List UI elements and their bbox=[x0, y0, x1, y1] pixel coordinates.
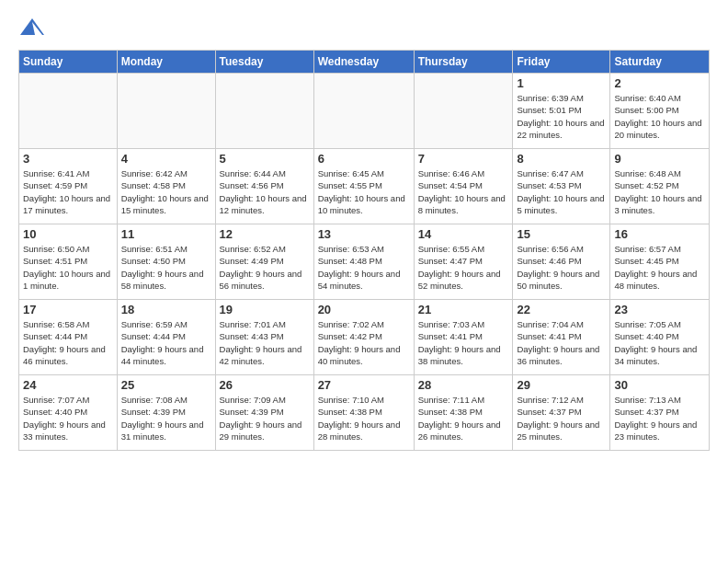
day-number: 16 bbox=[614, 227, 705, 241]
day-info: Sunrise: 6:55 AM Sunset: 4:47 PM Dayligh… bbox=[418, 243, 509, 292]
day-number: 1 bbox=[517, 76, 606, 90]
day-info: Sunrise: 6:59 AM Sunset: 4:44 PM Dayligh… bbox=[121, 318, 211, 367]
day-number: 14 bbox=[418, 227, 509, 241]
calendar-week-4: 17Sunrise: 6:58 AM Sunset: 4:44 PM Dayli… bbox=[19, 300, 710, 375]
calendar-cell: 3Sunrise: 6:41 AM Sunset: 4:59 PM Daylig… bbox=[19, 149, 118, 224]
day-number: 28 bbox=[418, 378, 509, 392]
calendar-cell: 18Sunrise: 6:59 AM Sunset: 4:44 PM Dayli… bbox=[117, 300, 215, 375]
calendar-cell: 28Sunrise: 7:11 AM Sunset: 4:38 PM Dayli… bbox=[414, 375, 513, 451]
calendar-header-sunday: Sunday bbox=[19, 51, 118, 74]
calendar-header-thursday: Thursday bbox=[414, 51, 513, 74]
calendar-cell: 23Sunrise: 7:05 AM Sunset: 4:40 PM Dayli… bbox=[610, 300, 710, 375]
day-number: 10 bbox=[23, 227, 113, 241]
day-number: 29 bbox=[517, 378, 606, 392]
calendar-cell bbox=[19, 74, 118, 149]
calendar-cell: 20Sunrise: 7:02 AM Sunset: 4:42 PM Dayli… bbox=[313, 300, 414, 375]
day-number: 22 bbox=[517, 303, 606, 316]
day-number: 26 bbox=[220, 378, 310, 392]
calendar-cell: 22Sunrise: 7:04 AM Sunset: 4:41 PM Dayli… bbox=[513, 300, 610, 375]
calendar-cell bbox=[117, 74, 215, 149]
day-number: 11 bbox=[121, 227, 211, 241]
day-number: 30 bbox=[614, 378, 705, 392]
calendar-week-5: 24Sunrise: 7:07 AM Sunset: 4:40 PM Dayli… bbox=[19, 375, 710, 451]
calendar-cell: 16Sunrise: 6:57 AM Sunset: 4:45 PM Dayli… bbox=[610, 224, 710, 300]
calendar-cell: 21Sunrise: 7:03 AM Sunset: 4:41 PM Dayli… bbox=[414, 300, 513, 375]
day-number: 8 bbox=[517, 152, 606, 166]
day-number: 18 bbox=[121, 303, 211, 316]
day-info: Sunrise: 7:13 AM Sunset: 4:37 PM Dayligh… bbox=[614, 394, 705, 442]
day-info: Sunrise: 6:50 AM Sunset: 4:51 PM Dayligh… bbox=[23, 243, 113, 292]
header bbox=[18, 17, 710, 39]
day-number: 23 bbox=[614, 303, 705, 316]
calendar-week-3: 10Sunrise: 6:50 AM Sunset: 4:51 PM Dayli… bbox=[19, 224, 710, 300]
calendar-header-saturday: Saturday bbox=[610, 51, 710, 74]
day-info: Sunrise: 7:02 AM Sunset: 4:42 PM Dayligh… bbox=[318, 318, 410, 367]
calendar-cell: 19Sunrise: 7:01 AM Sunset: 4:43 PM Dayli… bbox=[215, 300, 313, 375]
day-info: Sunrise: 6:51 AM Sunset: 4:50 PM Dayligh… bbox=[121, 243, 211, 292]
day-number: 13 bbox=[318, 227, 410, 241]
day-number: 19 bbox=[220, 303, 310, 316]
day-info: Sunrise: 6:48 AM Sunset: 4:52 PM Dayligh… bbox=[614, 167, 705, 216]
day-number: 21 bbox=[418, 303, 509, 316]
calendar-cell: 24Sunrise: 7:07 AM Sunset: 4:40 PM Dayli… bbox=[19, 375, 118, 451]
day-info: Sunrise: 6:56 AM Sunset: 4:46 PM Dayligh… bbox=[517, 243, 606, 292]
calendar-cell: 15Sunrise: 6:56 AM Sunset: 4:46 PM Dayli… bbox=[513, 224, 610, 300]
calendar-cell: 2Sunrise: 6:40 AM Sunset: 5:00 PM Daylig… bbox=[610, 74, 710, 149]
calendar-header-row: SundayMondayTuesdayWednesdayThursdayFrid… bbox=[19, 51, 710, 74]
calendar-cell bbox=[313, 74, 414, 149]
calendar-cell: 17Sunrise: 6:58 AM Sunset: 4:44 PM Dayli… bbox=[19, 300, 118, 375]
day-number: 27 bbox=[318, 378, 410, 392]
day-info: Sunrise: 6:39 AM Sunset: 5:01 PM Dayligh… bbox=[517, 92, 606, 141]
day-info: Sunrise: 7:03 AM Sunset: 4:41 PM Dayligh… bbox=[418, 318, 509, 367]
day-info: Sunrise: 6:42 AM Sunset: 4:58 PM Dayligh… bbox=[121, 167, 211, 216]
calendar-cell: 29Sunrise: 7:12 AM Sunset: 4:37 PM Dayli… bbox=[513, 375, 610, 451]
svg-marker-0 bbox=[20, 18, 44, 35]
day-info: Sunrise: 6:41 AM Sunset: 4:59 PM Dayligh… bbox=[23, 167, 113, 216]
day-number: 12 bbox=[220, 227, 310, 241]
day-info: Sunrise: 6:57 AM Sunset: 4:45 PM Dayligh… bbox=[614, 243, 705, 292]
logo bbox=[18, 17, 48, 39]
logo-icon bbox=[18, 17, 46, 39]
calendar-cell: 5Sunrise: 6:44 AM Sunset: 4:56 PM Daylig… bbox=[215, 149, 313, 224]
calendar-cell: 13Sunrise: 6:53 AM Sunset: 4:48 PM Dayli… bbox=[313, 224, 414, 300]
calendar-header-friday: Friday bbox=[513, 51, 610, 74]
day-info: Sunrise: 6:40 AM Sunset: 5:00 PM Dayligh… bbox=[614, 92, 705, 141]
day-number: 5 bbox=[220, 152, 310, 166]
day-number: 15 bbox=[517, 227, 606, 241]
day-number: 9 bbox=[614, 152, 705, 166]
page: SundayMondayTuesdayWednesdayThursdayFrid… bbox=[0, 0, 728, 460]
calendar-cell: 11Sunrise: 6:51 AM Sunset: 4:50 PM Dayli… bbox=[117, 224, 215, 300]
day-info: Sunrise: 7:11 AM Sunset: 4:38 PM Dayligh… bbox=[418, 394, 509, 442]
calendar-header-monday: Monday bbox=[117, 51, 215, 74]
day-number: 17 bbox=[23, 303, 113, 316]
day-info: Sunrise: 6:44 AM Sunset: 4:56 PM Dayligh… bbox=[220, 167, 310, 216]
day-info: Sunrise: 7:04 AM Sunset: 4:41 PM Dayligh… bbox=[517, 318, 606, 367]
calendar-week-1: 1Sunrise: 6:39 AM Sunset: 5:01 PM Daylig… bbox=[19, 74, 710, 149]
calendar-week-2: 3Sunrise: 6:41 AM Sunset: 4:59 PM Daylig… bbox=[19, 149, 710, 224]
day-info: Sunrise: 7:05 AM Sunset: 4:40 PM Dayligh… bbox=[614, 318, 705, 367]
day-info: Sunrise: 7:12 AM Sunset: 4:37 PM Dayligh… bbox=[517, 394, 606, 442]
day-number: 6 bbox=[318, 152, 410, 166]
day-info: Sunrise: 7:07 AM Sunset: 4:40 PM Dayligh… bbox=[23, 394, 113, 442]
day-info: Sunrise: 7:10 AM Sunset: 4:38 PM Dayligh… bbox=[318, 394, 410, 442]
day-info: Sunrise: 6:53 AM Sunset: 4:48 PM Dayligh… bbox=[318, 243, 410, 292]
calendar-cell: 12Sunrise: 6:52 AM Sunset: 4:49 PM Dayli… bbox=[215, 224, 313, 300]
day-info: Sunrise: 6:47 AM Sunset: 4:53 PM Dayligh… bbox=[517, 167, 606, 216]
calendar-cell bbox=[414, 74, 513, 149]
day-info: Sunrise: 7:08 AM Sunset: 4:39 PM Dayligh… bbox=[121, 394, 211, 442]
calendar-header-wednesday: Wednesday bbox=[313, 51, 414, 74]
calendar-cell: 25Sunrise: 7:08 AM Sunset: 4:39 PM Dayli… bbox=[117, 375, 215, 451]
day-number: 7 bbox=[418, 152, 509, 166]
calendar-cell: 26Sunrise: 7:09 AM Sunset: 4:39 PM Dayli… bbox=[215, 375, 313, 451]
calendar-cell: 10Sunrise: 6:50 AM Sunset: 4:51 PM Dayli… bbox=[19, 224, 118, 300]
calendar-header-tuesday: Tuesday bbox=[215, 51, 313, 74]
calendar-cell: 14Sunrise: 6:55 AM Sunset: 4:47 PM Dayli… bbox=[414, 224, 513, 300]
day-number: 3 bbox=[23, 152, 113, 166]
day-info: Sunrise: 7:09 AM Sunset: 4:39 PM Dayligh… bbox=[220, 394, 310, 442]
calendar-cell: 1Sunrise: 6:39 AM Sunset: 5:01 PM Daylig… bbox=[513, 74, 610, 149]
calendar-cell: 30Sunrise: 7:13 AM Sunset: 4:37 PM Dayli… bbox=[610, 375, 710, 451]
calendar-cell: 8Sunrise: 6:47 AM Sunset: 4:53 PM Daylig… bbox=[513, 149, 610, 224]
day-info: Sunrise: 6:52 AM Sunset: 4:49 PM Dayligh… bbox=[220, 243, 310, 292]
calendar-cell: 4Sunrise: 6:42 AM Sunset: 4:58 PM Daylig… bbox=[117, 149, 215, 224]
day-info: Sunrise: 6:58 AM Sunset: 4:44 PM Dayligh… bbox=[23, 318, 113, 367]
